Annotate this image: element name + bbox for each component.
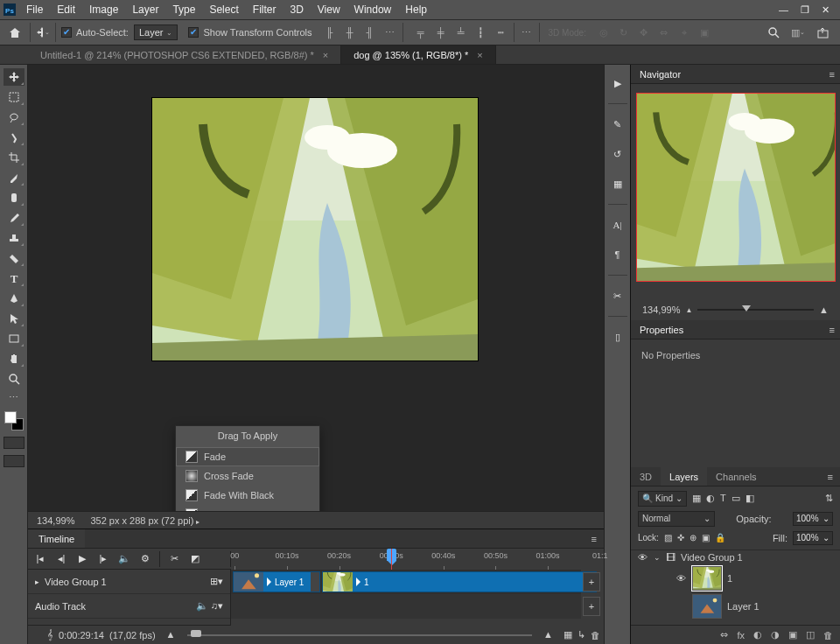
- layer-row-1[interactable]: 👁 1: [669, 564, 840, 592]
- eraser-tool[interactable]: [4, 249, 24, 267]
- align-bottom-icon[interactable]: ╧: [454, 25, 468, 39]
- home-button[interactable]: [5, 23, 24, 42]
- paragraph-panel-icon[interactable]: ¶: [608, 245, 627, 264]
- tab-close-icon[interactable]: ×: [477, 50, 482, 60]
- brush-tool[interactable]: [4, 209, 24, 227]
- history-panel-icon[interactable]: ↺: [608, 144, 627, 164]
- distribute-v-icon[interactable]: ┇: [474, 25, 488, 39]
- stamp-tool[interactable]: [4, 229, 24, 247]
- transition-fade[interactable]: Fade: [176, 447, 319, 466]
- blend-mode-dropdown[interactable]: Normal⌄: [638, 511, 715, 527]
- move-tool-icon[interactable]: ⌄: [36, 25, 50, 39]
- timeline-prev-frame[interactable]: ◂|: [54, 552, 68, 566]
- timeline-zoom-slider[interactable]: ▲ ▲: [166, 633, 553, 638]
- track-add-media-button[interactable]: +: [583, 572, 600, 592]
- properties-menu-icon[interactable]: ≡: [830, 325, 835, 335]
- menu-view[interactable]: View: [311, 0, 347, 19]
- align-hcenter-icon[interactable]: ╫: [343, 25, 357, 39]
- swatches-panel-icon[interactable]: ▦: [608, 174, 627, 193]
- menu-image[interactable]: Image: [82, 0, 125, 19]
- path-select-tool[interactable]: [4, 310, 24, 327]
- track-video-group[interactable]: ▸Video Group 1 ⊞▾: [28, 570, 230, 594]
- align-left-icon[interactable]: ╟: [323, 25, 337, 39]
- align-top-icon[interactable]: ╤: [414, 25, 428, 39]
- layer-group-row[interactable]: 👁 ⌄ 🎞 Video Group 1: [631, 550, 840, 564]
- autoselect-target-dropdown[interactable]: Layer⌄: [134, 24, 178, 40]
- timeline-settings[interactable]: ⚙: [138, 552, 152, 566]
- layers-menu-icon[interactable]: ≡: [821, 467, 840, 486]
- timeline-render-icon[interactable]: ↳: [578, 629, 585, 640]
- menu-select[interactable]: Select: [202, 0, 245, 19]
- arrange-documents-icon[interactable]: ▥⌄: [791, 25, 805, 39]
- share-icon[interactable]: [816, 25, 830, 39]
- menu-3d[interactable]: 3D: [283, 0, 310, 19]
- pen-tool[interactable]: [4, 290, 24, 307]
- screenmode-toggle[interactable]: [4, 455, 24, 467]
- layer-mask-icon[interactable]: ◐: [753, 629, 762, 640]
- delete-layer-icon[interactable]: 🗑: [823, 630, 833, 640]
- layer-filter-kind[interactable]: 🔍 Kind ⌄: [638, 491, 687, 507]
- track-filmstrip-icon[interactable]: ⊞▾: [210, 576, 223, 587]
- menu-filter[interactable]: Filter: [246, 0, 284, 19]
- distribute-h-icon[interactable]: ┅: [494, 25, 508, 39]
- track-music-icon[interactable]: ♫▾: [211, 600, 223, 611]
- link-layers-icon[interactable]: ⇔: [720, 629, 728, 640]
- crop-tool[interactable]: [4, 149, 24, 166]
- timeline-trash-icon[interactable]: 🗑: [591, 630, 600, 640]
- filter-type-icon[interactable]: T: [720, 493, 726, 504]
- timeline-first-frame[interactable]: |◂: [33, 552, 47, 566]
- document-canvas[interactable]: [152, 98, 478, 360]
- filter-shape-icon[interactable]: ▭: [732, 493, 740, 504]
- timeline-timecode[interactable]: 0:00:29:14: [59, 630, 104, 640]
- tab-3d[interactable]: 3D: [631, 467, 661, 486]
- navigator-zoom-in-icon[interactable]: ▲: [819, 304, 829, 315]
- menu-type[interactable]: Type: [165, 0, 202, 19]
- tab-layers[interactable]: Layers: [661, 467, 707, 486]
- menu-window[interactable]: Window: [347, 0, 399, 19]
- lock-image-icon[interactable]: ⊕: [690, 533, 696, 542]
- adjustment-layer-icon[interactable]: ◑: [771, 629, 780, 640]
- timeline-ruler[interactable]: 00 00:10s 00:20s 00:30s 00:40s 00:50s 01…: [231, 549, 604, 570]
- zoom-tool[interactable]: [4, 370, 24, 388]
- status-zoom[interactable]: 134,99%: [37, 515, 74, 526]
- type-tool[interactable]: T: [4, 270, 24, 287]
- hand-tool[interactable]: [4, 350, 24, 368]
- navigator-tab[interactable]: Navigator: [631, 65, 690, 84]
- styles-panel-icon[interactable]: ✂: [608, 286, 627, 305]
- timeline-mute[interactable]: 🔈: [117, 552, 131, 566]
- align-right-icon[interactable]: ╢: [363, 25, 377, 39]
- quickmask-toggle[interactable]: [4, 437, 24, 449]
- opacity-input[interactable]: 100%⌄: [793, 512, 833, 526]
- lock-position-icon[interactable]: ✜: [677, 533, 684, 542]
- menu-edit[interactable]: Edit: [50, 0, 82, 19]
- show-transform-checkbox[interactable]: Show Transform Controls: [188, 27, 312, 38]
- fill-input[interactable]: 100%⌄: [793, 531, 833, 545]
- lock-artboard-icon[interactable]: ▣: [702, 533, 710, 542]
- menu-file[interactable]: File: [19, 0, 50, 19]
- timeline-transition-button[interactable]: ◩: [188, 552, 202, 566]
- transition-crossfade[interactable]: Cross Fade: [176, 466, 319, 486]
- timeline-convert-icon[interactable]: ▦: [564, 629, 572, 640]
- auto-select-checkbox[interactable]: Auto-Select:: [61, 27, 129, 38]
- lock-all-icon[interactable]: 🔒: [715, 533, 725, 542]
- timeline-tab[interactable]: Timeline: [28, 529, 85, 548]
- navigator-zoom-value[interactable]: 134,99%: [642, 304, 680, 315]
- eyedropper-tool[interactable]: [4, 169, 24, 186]
- more-align-icon[interactable]: ⋯: [383, 25, 397, 39]
- layer-thumb[interactable]: [692, 594, 722, 619]
- layer-fx-icon[interactable]: fx: [737, 630, 745, 640]
- character-panel-icon[interactable]: A|: [608, 215, 627, 234]
- visibility-icon[interactable]: 👁: [636, 552, 648, 563]
- filter-adjustment-icon[interactable]: ◐: [706, 493, 715, 504]
- marquee-tool[interactable]: [4, 88, 24, 106]
- track-add-audio-button[interactable]: +: [583, 597, 600, 616]
- track-audio[interactable]: Audio Track 🔈 ♫▾: [28, 594, 230, 619]
- navigator-zoom-out-icon[interactable]: ▲: [685, 306, 692, 314]
- group-layers-icon[interactable]: ▣: [788, 629, 797, 640]
- track-speaker-icon[interactable]: 🔈: [196, 600, 208, 611]
- timeline-clip-layer1[interactable]: Layer 1: [233, 571, 320, 592]
- document-tab-1[interactable]: Untitled-1 @ 214% (PHOTOSHOP CS6 EXTENDE…: [28, 46, 341, 64]
- overflow-icon[interactable]: ⋯: [520, 25, 534, 39]
- timeline-play[interactable]: ▶: [75, 552, 89, 566]
- lock-pixels-icon[interactable]: ▨: [664, 533, 672, 542]
